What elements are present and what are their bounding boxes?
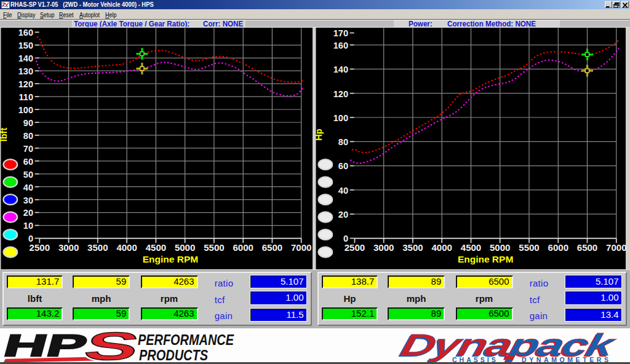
svg-text:Engine RPM: Engine RPM	[143, 254, 198, 264]
svg-text:7000: 7000	[606, 242, 626, 253]
svg-text:130: 130	[18, 66, 33, 76]
svg-text:110: 110	[19, 92, 33, 102]
svg-text:60: 60	[338, 161, 348, 171]
svg-text:2500: 2500	[345, 242, 365, 253]
svg-text:120: 120	[333, 89, 348, 99]
svg-text:HP: HP	[0, 328, 92, 362]
svg-text:4000: 4000	[116, 242, 137, 253]
svg-text:6500: 6500	[262, 242, 282, 253]
svg-text:3500: 3500	[402, 242, 423, 253]
svg-text:100: 100	[18, 105, 33, 115]
svg-text:5500: 5500	[519, 242, 539, 253]
svg-text:70: 70	[23, 144, 33, 154]
svg-text:80: 80	[23, 131, 33, 141]
svg-text:3000: 3000	[373, 242, 394, 253]
svg-text:140: 140	[18, 53, 33, 63]
svg-text:30: 30	[23, 196, 33, 205]
svg-text:4500: 4500	[461, 242, 481, 253]
svg-text:Hp: Hp	[314, 129, 324, 140]
svg-text:90: 90	[23, 118, 33, 128]
svg-text:5000: 5000	[175, 242, 195, 253]
svg-text:120: 120	[18, 79, 33, 89]
svg-text:4000: 4000	[432, 242, 452, 253]
svg-text:lbft: lbft	[0, 128, 9, 142]
svg-text:100: 100	[333, 113, 348, 123]
svg-text:60: 60	[23, 157, 33, 167]
svg-text:S: S	[79, 328, 144, 364]
svg-text:10: 10	[23, 221, 33, 231]
svg-text:4500: 4500	[146, 242, 166, 253]
svg-text:150: 150	[18, 41, 33, 50]
svg-text:6500: 6500	[577, 242, 597, 253]
svg-text:140: 140	[333, 65, 348, 74]
svg-text:6000: 6000	[548, 242, 568, 253]
svg-text:PERFORMANCE: PERFORMANCE	[138, 331, 234, 347]
svg-text:3500: 3500	[87, 242, 108, 253]
svg-text:160: 160	[18, 28, 33, 38]
svg-text:170: 170	[333, 28, 348, 38]
svg-text:5000: 5000	[490, 242, 510, 253]
svg-text:5500: 5500	[204, 242, 224, 253]
svg-text:20: 20	[23, 208, 33, 218]
svg-text:Engine RPM: Engine RPM	[458, 254, 513, 264]
svg-text:2500: 2500	[30, 242, 50, 253]
svg-text:40: 40	[23, 183, 33, 192]
svg-text:50: 50	[23, 170, 33, 180]
svg-text:PRODUCTS: PRODUCTS	[139, 347, 209, 363]
svg-text:3000: 3000	[58, 242, 79, 253]
svg-text:20: 20	[338, 210, 348, 220]
svg-text:160: 160	[333, 41, 348, 50]
svg-text:6000: 6000	[233, 242, 253, 253]
svg-text:80: 80	[338, 137, 348, 147]
svg-text:7000: 7000	[291, 242, 311, 253]
svg-text:40: 40	[338, 186, 348, 196]
